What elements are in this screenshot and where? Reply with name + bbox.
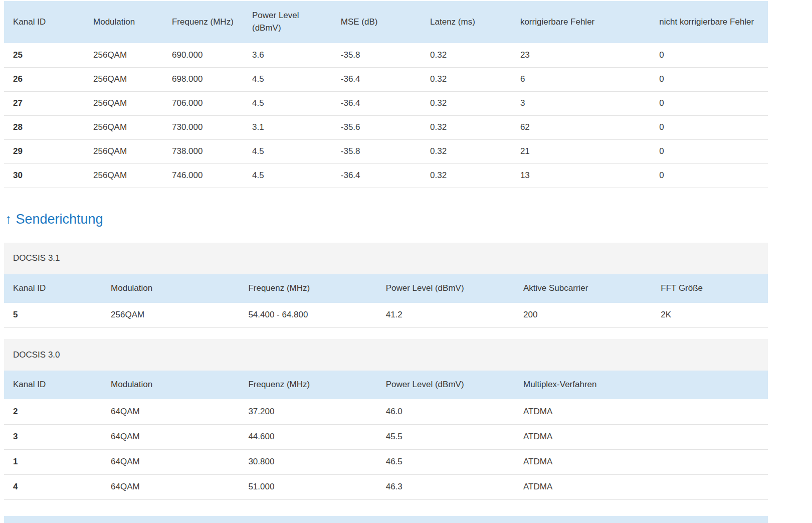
column-header: Modulation	[102, 371, 239, 399]
table-row: 30256QAM746.0004.5-36.40.32130	[4, 163, 768, 188]
column-header: Frequenz (MHz)	[239, 371, 376, 399]
data-cell: 0	[650, 67, 768, 91]
data-cell: 746.000	[163, 163, 243, 188]
data-cell: 690.000	[163, 43, 243, 67]
table-header-row: Kanal IDModulationFrequenz (MHz)Power Le…	[4, 1, 768, 43]
data-cell: 51.000	[239, 474, 376, 499]
data-cell: 0	[650, 115, 768, 139]
column-header: Frequenz (MHz)	[239, 274, 376, 303]
column-header: Kanal ID	[4, 1, 84, 43]
upstream-section-heading: ↑Senderichtung	[5, 211, 768, 227]
data-cell: 706.000	[163, 91, 243, 115]
docsis-30-table: Kanal IDModulationFrequenz (MHz)Power Le…	[4, 371, 768, 500]
data-cell: -35.8	[332, 139, 421, 163]
data-cell: 0.32	[421, 67, 511, 91]
data-cell: 0	[650, 91, 768, 115]
data-cell: 37.200	[239, 399, 376, 424]
docsis-31-label: DOCSIS 3.1	[4, 243, 768, 274]
data-cell: 0.32	[421, 91, 511, 115]
docsis-30-card: DOCSIS 3.0 Kanal IDModulationFrequenz (M…	[4, 339, 768, 500]
data-cell: -36.4	[332, 91, 421, 115]
data-cell: 4.5	[243, 67, 332, 91]
column-header: Power Level (dBmV)	[243, 1, 332, 43]
column-header: Modulation	[84, 1, 163, 43]
data-cell: 23	[511, 43, 650, 67]
data-cell: -36.4	[332, 67, 421, 91]
data-cell: 256QAM	[84, 163, 163, 188]
data-cell: ATDMA	[514, 449, 768, 474]
next-table-header-cutoff	[4, 516, 768, 523]
table-row: 29256QAM738.0004.5-35.80.32210	[4, 139, 768, 163]
channel-id-cell: 28	[4, 115, 84, 139]
data-cell: 256QAM	[84, 43, 163, 67]
data-cell: 256QAM	[84, 115, 163, 139]
column-header: nicht korrigierbare Fehler	[650, 1, 768, 43]
data-cell: 730.000	[163, 115, 243, 139]
data-cell: 64QAM	[102, 449, 239, 474]
data-cell: 256QAM	[102, 303, 239, 328]
data-cell: 46.3	[377, 474, 514, 499]
column-header: Multiplex-Verfahren	[514, 371, 768, 399]
docsis-31-card: DOCSIS 3.1 Kanal IDModulationFrequenz (M…	[4, 243, 768, 328]
data-cell: 46.5	[377, 449, 514, 474]
table-row: 164QAM30.80046.5ATDMA	[4, 449, 768, 474]
data-cell: 13	[511, 163, 650, 188]
data-cell: 4.5	[243, 139, 332, 163]
table-row: 364QAM44.60045.5ATDMA	[4, 424, 768, 449]
data-cell: 256QAM	[84, 67, 163, 91]
data-cell: 0.32	[421, 139, 511, 163]
data-cell: 3	[511, 91, 650, 115]
table-row: 464QAM51.00046.3ATDMA	[4, 474, 768, 499]
column-header: Power Level (dBmV)	[377, 371, 514, 399]
data-cell: 6	[511, 67, 650, 91]
data-cell: 4.5	[243, 163, 332, 188]
data-cell: 256QAM	[84, 91, 163, 115]
channel-id-cell: 27	[4, 91, 84, 115]
channel-id-cell: 25	[4, 43, 84, 67]
table-row: 264QAM37.20046.0ATDMA	[4, 399, 768, 424]
column-header: Frequenz (MHz)	[163, 1, 243, 43]
table-row: 25256QAM690.0003.6-35.80.32230	[4, 43, 768, 67]
table-header-row: Kanal IDModulationFrequenz (MHz)Power Le…	[4, 371, 768, 399]
data-cell: 64QAM	[102, 474, 239, 499]
data-cell: 46.0	[377, 399, 514, 424]
channel-id-cell: 5	[4, 303, 102, 328]
channel-id-cell: 30	[4, 163, 84, 188]
data-cell: -35.6	[332, 115, 421, 139]
data-cell: 200	[514, 303, 652, 328]
data-cell: 0	[650, 43, 768, 67]
column-header: Latenz (ms)	[421, 1, 511, 43]
docsis-31-table: Kanal IDModulationFrequenz (MHz)Power Le…	[4, 274, 768, 328]
data-cell: 41.2	[377, 303, 514, 328]
data-cell: 0.32	[421, 43, 511, 67]
data-cell: ATDMA	[514, 424, 768, 449]
data-cell: 30.800	[239, 449, 376, 474]
channel-id-cell: 1	[4, 449, 102, 474]
table-row: 26256QAM698.0004.5-36.40.3260	[4, 67, 768, 91]
data-cell: 64QAM	[102, 424, 239, 449]
table-header-row: Kanal IDModulationFrequenz (MHz)Power Le…	[4, 274, 768, 303]
channel-id-cell: 4	[4, 474, 102, 499]
column-header: MSE (dB)	[332, 1, 421, 43]
data-cell: 21	[511, 139, 650, 163]
table-row: 5256QAM54.400 - 64.80041.22002K	[4, 303, 768, 328]
data-cell: ATDMA	[514, 399, 768, 424]
column-header: korrigierbare Fehler	[511, 1, 650, 43]
channel-id-cell: 3	[4, 424, 102, 449]
data-cell: 698.000	[163, 67, 243, 91]
data-cell: 738.000	[163, 139, 243, 163]
up-arrow-icon: ↑	[5, 212, 12, 227]
data-cell: 45.5	[377, 424, 514, 449]
data-cell: 54.400 - 64.800	[239, 303, 376, 328]
docsis-30-label: DOCSIS 3.0	[4, 339, 768, 371]
data-cell: -35.8	[332, 43, 421, 67]
data-cell: 44.600	[239, 424, 376, 449]
table-row: 28256QAM730.0003.1-35.60.32620	[4, 115, 768, 139]
column-header: Kanal ID	[4, 274, 102, 303]
column-header: FFT Größe	[652, 274, 768, 303]
data-cell: 3.6	[243, 43, 332, 67]
channel-id-cell: 26	[4, 67, 84, 91]
column-header: Kanal ID	[4, 371, 102, 399]
table-row: 27256QAM706.0004.5-36.40.3230	[4, 91, 768, 115]
page-content: Kanal IDModulationFrequenz (MHz)Power Le…	[4, 1, 768, 523]
